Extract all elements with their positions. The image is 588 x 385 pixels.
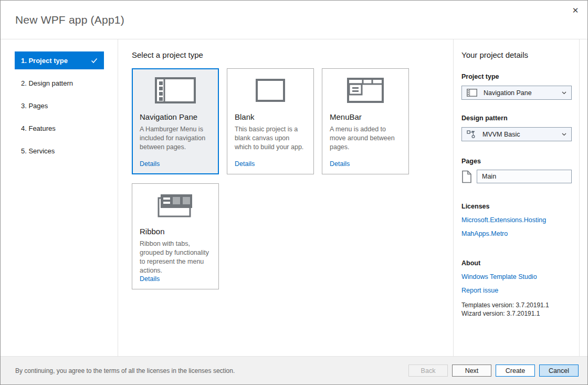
pages-label: Pages [461, 158, 572, 165]
project-details-panel: Your project details Project type Naviga… [454, 39, 579, 356]
back-button[interactable]: Back [408, 365, 448, 377]
new-wpf-app-wizard-dialog: New WPF app (App1) ✕ 1. Project type 2. … [0, 0, 588, 385]
project-type-cards: Navigation Pane A Hamburger Menu is incl… [132, 68, 429, 298]
card-title: Blank [235, 112, 306, 121]
card-description: Ribbon with tabs, grouped by functionali… [140, 240, 211, 275]
card-description: This basic project is a blank canvas upo… [235, 125, 306, 152]
card-description: A menu is added to move around between p… [330, 125, 401, 152]
card-description: A Hamburger Menu is included for navigat… [140, 125, 211, 152]
scrollbar-gutter [579, 39, 587, 356]
license-notice: By continuing, you agree to the terms of… [15, 367, 235, 374]
details-link[interactable]: Details [140, 160, 211, 168]
sidebar-item-label: 2. Design pattern [21, 79, 73, 87]
check-icon [91, 58, 98, 64]
design-pattern-value: MVVM Basic [482, 131, 520, 138]
details-heading: Your project details [461, 50, 572, 59]
card-title: Ribbon [140, 227, 211, 236]
project-type-label: Project type [461, 73, 572, 80]
licenses-label: Licenses [461, 203, 572, 210]
project-type-value: Navigation Pane [484, 89, 532, 97]
windows-template-studio-link[interactable]: Windows Template Studio [461, 273, 572, 280]
wizard-version: Wizard version: 3.7.20191.1 [461, 309, 572, 318]
page-title: New WPF app (App1) [15, 14, 124, 26]
cancel-button[interactable]: Cancel [539, 365, 579, 377]
chevron-down-icon [562, 133, 566, 136]
project-type-selection: Select a project type Navigation Pa [118, 39, 454, 356]
about-label: About [461, 259, 572, 267]
ribbon-icon [140, 191, 211, 220]
sidebar-item-features[interactable]: 4. Features [15, 119, 104, 137]
sidebar-item-project-type[interactable]: 1. Project type [15, 51, 104, 69]
details-link[interactable]: Details [235, 160, 306, 168]
close-icon[interactable]: ✕ [569, 4, 582, 17]
license-link-microsoft-extensions-hosting[interactable]: Microsoft.Extensions.Hosting [461, 216, 572, 224]
navigation-pane-icon [140, 76, 211, 105]
next-button[interactable]: Next [452, 365, 491, 377]
card-title: MenuBar [330, 112, 401, 121]
sidebar-item-design-pattern[interactable]: 2. Design pattern [15, 74, 104, 92]
document-icon [461, 170, 472, 183]
mvvm-icon [467, 130, 476, 139]
create-button[interactable]: Create [496, 365, 535, 377]
navigation-pane-icon [467, 89, 477, 97]
sidebar-item-label: 4. Features [21, 124, 56, 132]
card-navigation-pane[interactable]: Navigation Pane A Hamburger Menu is incl… [132, 68, 219, 174]
titlebar: New WPF app (App1) ✕ [1, 1, 587, 39]
menubar-icon [330, 76, 401, 105]
sidebar-item-pages[interactable]: 3. Pages [15, 97, 104, 115]
sidebar-item-label: 5. Services [21, 147, 55, 155]
details-link[interactable]: Details [140, 275, 211, 283]
footer-bar: By continuing, you agree to the terms of… [1, 356, 587, 384]
page-name-field[interactable]: Main [477, 170, 572, 183]
project-type-dropdown[interactable]: Navigation Pane [461, 86, 572, 100]
license-link-mahapps-metro[interactable]: MahApps.Metro [461, 230, 572, 237]
blank-icon [235, 76, 306, 105]
card-menubar[interactable]: MenuBar A menu is added to move around b… [322, 68, 409, 174]
wizard-steps-sidebar: 1. Project type 2. Design pattern 3. Pag… [1, 39, 118, 356]
card-title: Navigation Pane [140, 112, 211, 121]
report-issue-link[interactable]: Report issue [461, 287, 572, 294]
sidebar-item-services[interactable]: 5. Services [15, 142, 104, 160]
sidebar-item-label: 3. Pages [21, 102, 48, 110]
design-pattern-label: Design pattern [461, 115, 572, 122]
details-link[interactable]: Details [330, 160, 401, 168]
main-heading: Select a project type [132, 50, 453, 59]
design-pattern-dropdown[interactable]: MVVM Basic [461, 127, 572, 141]
sidebar-item-label: 1. Project type [21, 57, 68, 65]
card-blank[interactable]: Blank This basic project is a blank canv… [227, 68, 314, 174]
chevron-down-icon [562, 91, 566, 95]
card-ribbon[interactable]: Ribbon Ribbon with tabs, grouped by func… [132, 183, 219, 289]
templates-version: Templates version: 3.7.20191.1 [461, 301, 572, 309]
